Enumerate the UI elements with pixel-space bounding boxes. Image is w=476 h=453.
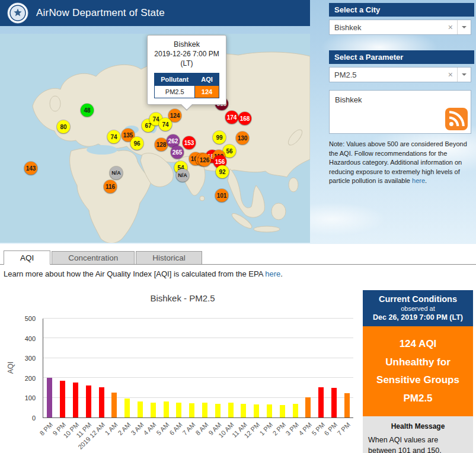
popup-col-pollutant: Pollutant — [155, 73, 195, 86]
aqi-marker[interactable]: 92 — [216, 165, 229, 178]
select-city-header: Select a City — [329, 3, 474, 17]
bar-slot — [340, 319, 353, 417]
popup-pollutant-value: PM2.5 — [155, 86, 195, 98]
aqi-marker[interactable]: 174 — [225, 111, 238, 124]
note-suffix: . — [425, 177, 427, 184]
parameter-select[interactable]: PM2.5 × — [329, 67, 471, 82]
cc-category-line1: Unhealthy for — [366, 354, 469, 372]
aqi-marker[interactable]: 74 — [107, 130, 120, 143]
chart-bar[interactable] — [202, 403, 207, 417]
x-slot: 6 AM — [172, 419, 185, 453]
x-tick-label: 8 PM — [39, 421, 55, 437]
bar-slot — [108, 319, 121, 417]
cc-subtitle: observed at — [365, 305, 471, 312]
chart-bar[interactable] — [305, 397, 311, 417]
chart-bar[interactable] — [228, 403, 234, 417]
chart-bar[interactable] — [111, 393, 117, 417]
chart-bar[interactable] — [151, 403, 156, 417]
bar-slot — [315, 319, 328, 417]
dos-seal-logo — [7, 2, 28, 24]
chart-yticks: 0100200300400500 — [17, 319, 40, 418]
chart-bar[interactable] — [60, 381, 65, 417]
tab-aqi[interactable]: AQI — [4, 250, 50, 265]
chart-bar[interactable] — [124, 399, 130, 417]
aqi-marker[interactable]: 116 — [104, 180, 117, 193]
chart-bar[interactable] — [254, 404, 259, 417]
y-tick-label: 500 — [25, 315, 36, 322]
aqi-marker[interactable]: 99 — [213, 131, 226, 144]
chart-bar[interactable] — [344, 393, 350, 417]
health-message-box: Health Message When AQI values are betwe… — [363, 416, 473, 453]
chart-bar[interactable] — [176, 403, 181, 417]
bar-slot — [289, 319, 302, 417]
aqi-marker[interactable]: 126 — [198, 153, 211, 166]
y-tick-label: 400 — [25, 335, 36, 342]
x-slot: 4 AM — [146, 419, 159, 453]
x-slot: 7 AM — [185, 419, 198, 453]
note-body: Note: Values above 500 are considered Be… — [329, 140, 467, 184]
epa-link[interactable]: here — [265, 269, 280, 278]
rss-icon[interactable] — [445, 108, 468, 130]
chart-bar[interactable] — [47, 378, 52, 417]
parameter-clear-icon[interactable]: × — [444, 70, 457, 79]
chart-bar[interactable] — [280, 405, 285, 417]
chart-bar[interactable] — [164, 401, 169, 417]
bar-slot — [159, 319, 172, 417]
x-slot: 3 PM — [289, 419, 302, 453]
app-title: AirNow Department of State — [36, 7, 165, 19]
chart-bar[interactable] — [73, 383, 78, 417]
y-tick-label: 300 — [25, 355, 36, 362]
note-link[interactable]: here — [412, 177, 425, 184]
aqi-marker[interactable]: 130 — [236, 131, 249, 144]
city-select[interactable]: Bishkek × — [329, 20, 471, 35]
bar-slot — [263, 319, 276, 417]
chart-bar[interactable] — [138, 401, 143, 417]
x-slot: 3 AM — [133, 419, 146, 453]
page: AirNow Department of State 4880143741359… — [0, 0, 476, 453]
popup-datetime: 2019-12-26 7:00 PM (LT) — [151, 50, 223, 68]
chart-bar[interactable] — [331, 388, 337, 417]
city-dropdown-caret-icon[interactable] — [457, 20, 471, 34]
chart-bar[interactable] — [215, 404, 221, 417]
aqi-marker[interactable]: 80 — [57, 120, 70, 133]
map-canvas[interactable]: 4880143741359667741247412826215326531917… — [0, 34, 310, 243]
chart-bars — [43, 319, 353, 417]
chart-bar[interactable] — [86, 385, 91, 417]
bar-slot — [211, 319, 224, 417]
chart-bar[interactable] — [318, 387, 324, 417]
aqi-summary-box: 124 AQI Unhealthy for Sensitive Groups P… — [363, 326, 473, 416]
x-slot: 8 PM — [43, 419, 56, 453]
aqi-marker[interactable]: 168 — [238, 112, 251, 125]
aqi-marker[interactable]: 96 — [130, 137, 143, 150]
aqi-marker[interactable]: 153 — [183, 136, 196, 149]
chart-bar[interactable] — [189, 403, 194, 417]
chart-bar[interactable] — [99, 387, 104, 417]
bar-slot — [56, 319, 69, 417]
parameter-select-value: PM2.5 — [330, 70, 444, 79]
tab-historical[interactable]: Historical — [136, 251, 202, 264]
x-slot: 5 AM — [159, 419, 172, 453]
y-tick-label: 100 — [25, 394, 36, 401]
aqi-marker[interactable]: N/A — [110, 166, 123, 179]
aqi-marker[interactable]: 101 — [215, 189, 228, 202]
current-conditions-header: Current Conditions observed at Dec 26, 2… — [363, 290, 473, 326]
chart-bar[interactable] — [293, 404, 298, 417]
aqi-marker[interactable]: N/A — [176, 169, 189, 182]
note-text: Note: Values above 500 are considered Be… — [329, 140, 471, 186]
tab-concentration[interactable]: Concentration — [52, 251, 135, 264]
learn-more-text: Learn more about how the Air Quality Ind… — [4, 269, 283, 278]
aqi-marker[interactable]: 128 — [155, 138, 168, 151]
aqi-marker[interactable]: 74 — [159, 118, 172, 131]
aqi-marker[interactable]: 265 — [171, 146, 184, 159]
city-clear-icon[interactable]: × — [444, 23, 457, 32]
chart-bar[interactable] — [241, 404, 246, 417]
aqi-marker[interactable]: 48 — [81, 104, 94, 117]
bar-slot — [250, 319, 263, 417]
aqi-marker[interactable]: 143 — [24, 162, 37, 175]
cc-datetime: Dec 26, 2019 7:00 PM (LT) — [365, 313, 471, 322]
y-tick-label: 200 — [25, 375, 36, 382]
x-slot: 6 PM — [327, 419, 340, 453]
chart-bar[interactable] — [267, 404, 272, 417]
parameter-dropdown-caret-icon[interactable] — [457, 68, 471, 82]
cc-title: Current Conditions — [365, 294, 471, 304]
